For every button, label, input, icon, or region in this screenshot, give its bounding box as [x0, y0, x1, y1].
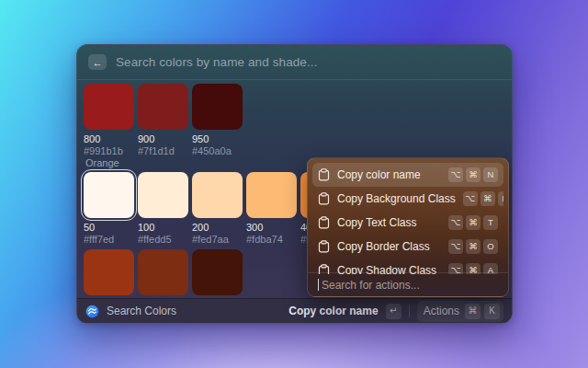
clipboard-icon: [318, 216, 330, 229]
actions-search-field[interactable]: Search for actions...: [308, 272, 508, 296]
color-swatch-cell[interactable]: 100 #ffedd5: [138, 172, 188, 245]
color-swatch[interactable]: [192, 172, 243, 218]
option-key-icon: ⌥: [448, 167, 463, 182]
command-key-icon: ⌘: [466, 167, 481, 182]
menu-item-label: Copy Text Class: [337, 216, 441, 229]
actions-search-placeholder: Search for actions...: [322, 279, 420, 292]
k-key: K: [484, 304, 500, 319]
command-key-icon: ⌘: [465, 304, 481, 319]
swatch-hex: #fdba74: [246, 234, 297, 245]
back-button[interactable]: ←: [88, 54, 107, 70]
shortcut-keys: ⌥ ⌘ N: [448, 167, 498, 182]
color-swatch-cell[interactable]: [138, 249, 188, 295]
menu-item-copy-border-class[interactable]: Copy Border Class ⌥ ⌘ O: [312, 235, 503, 259]
color-swatch[interactable]: [138, 84, 188, 130]
swatch-hex: #ffedd5: [138, 234, 188, 245]
color-swatch-cell[interactable]: 800 #991b1b: [84, 84, 134, 156]
swatch-name: 800: [84, 133, 134, 144]
swatch-name: 950: [192, 133, 243, 144]
color-swatch[interactable]: [138, 172, 188, 218]
menu-item-label: Copy Background Class: [337, 192, 456, 205]
color-swatch[interactable]: [246, 172, 297, 218]
clipboard-icon: [318, 168, 330, 181]
color-swatch-cell[interactable]: 300 #fdba74: [246, 172, 297, 245]
option-key-icon: ⌥: [463, 191, 478, 206]
menu-item-label: Copy color name: [337, 168, 441, 181]
color-swatch[interactable]: [138, 249, 188, 295]
letter-key: B: [498, 191, 503, 206]
color-swatch[interactable]: [192, 249, 243, 295]
menu-item-copy-color-name[interactable]: Copy color name ⌥ ⌘ N: [312, 163, 503, 187]
shortcut-keys: ⌥ ⌘ T: [448, 215, 498, 230]
command-key-icon: ⌘: [466, 239, 481, 254]
letter-key: N: [483, 167, 498, 182]
color-swatch[interactable]: [84, 84, 134, 130]
actions-button[interactable]: Actions ⌘ K: [417, 301, 503, 322]
extension-icon: [85, 305, 99, 318]
menu-item-label: Copy Border Class: [337, 240, 441, 253]
swatch-hex: #991b1b: [84, 145, 134, 156]
menu-item-copy-text-class[interactable]: Copy Text Class ⌥ ⌘ T: [312, 211, 503, 235]
back-arrow-icon: ←: [93, 57, 103, 68]
swatch-hex: #fff7ed: [84, 234, 134, 245]
palette-row-orange-dark: [84, 249, 243, 295]
color-swatch[interactable]: [192, 84, 243, 130]
search-bar: ← Search colors by name and shade...: [77, 45, 512, 80]
section-label-orange: Orange: [85, 157, 119, 168]
swatch-hex: #7f1d1d: [138, 145, 188, 156]
color-swatch[interactable]: [84, 249, 134, 295]
swatch-hex: #fed7aa: [192, 234, 243, 245]
clipboard-icon: [318, 192, 330, 205]
action-menu: Copy color name ⌥ ⌘ N Copy Background Cl…: [307, 157, 509, 297]
swatch-name: 50: [84, 222, 134, 233]
shortcut-keys: ⌥ ⌘ O: [448, 239, 498, 254]
clipboard-icon: [318, 240, 330, 253]
command-key-icon: ⌘: [466, 215, 481, 230]
swatch-name: 200: [192, 222, 243, 233]
text-cursor: [318, 279, 319, 291]
palette-row-red: 800 #991b1b 900 #7f1d1d 950 #450a0a: [84, 84, 243, 156]
swatch-hex: #450a0a: [192, 145, 243, 156]
swatch-name: 900: [138, 133, 188, 144]
search-colors-window: ← Search colors by name and shade... 800…: [76, 44, 513, 324]
primary-action-label[interactable]: Copy color name: [288, 305, 378, 317]
footer-divider: [409, 305, 410, 317]
option-key-icon: ⌥: [448, 239, 463, 254]
color-swatch-cell[interactable]: 200 #fed7aa: [192, 172, 243, 245]
color-swatch-cell[interactable]: 950 #450a0a: [192, 84, 243, 156]
color-swatch-cell[interactable]: 900 #7f1d1d: [138, 84, 188, 156]
footer-bar: Search Colors Copy color name ↵ Actions …: [77, 298, 512, 323]
app-name: Search Colors: [107, 305, 176, 317]
color-swatch-selected[interactable]: [84, 172, 134, 218]
action-menu-list: Copy color name ⌥ ⌘ N Copy Background Cl…: [312, 163, 503, 274]
actions-button-label: Actions: [424, 305, 459, 317]
search-input[interactable]: Search colors by name and shade...: [116, 55, 501, 69]
command-key-icon: ⌘: [481, 191, 495, 206]
color-swatch-cell[interactable]: [192, 249, 243, 295]
letter-key: O: [483, 239, 498, 254]
color-swatch-cell[interactable]: 50 #fff7ed: [84, 172, 134, 245]
letter-key: T: [483, 215, 498, 230]
menu-item-copy-background-class[interactable]: Copy Background Class ⌥ ⌘ B: [312, 187, 503, 211]
swatch-name: 100: [138, 222, 188, 233]
shortcut-keys: ⌥ ⌘ B: [463, 191, 503, 206]
return-key-icon: ↵: [386, 304, 401, 319]
swatch-name: 300: [246, 222, 297, 233]
option-key-icon: ⌥: [448, 215, 463, 230]
color-swatch-cell[interactable]: [84, 249, 134, 295]
